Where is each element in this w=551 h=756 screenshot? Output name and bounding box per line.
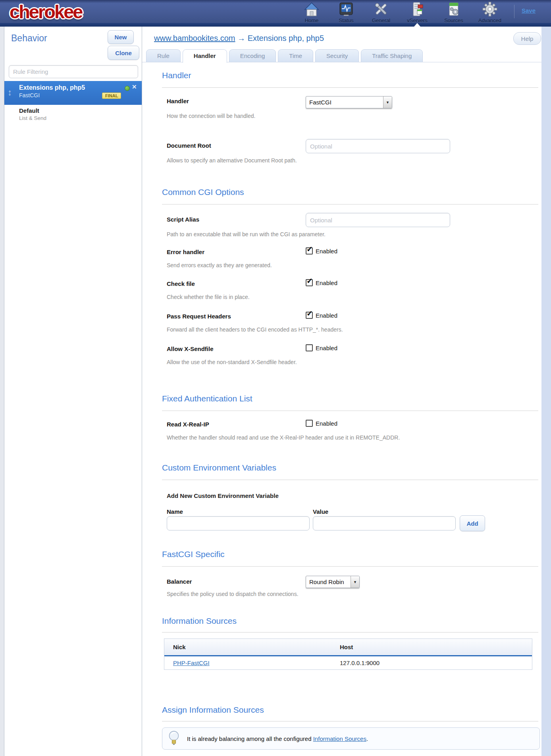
nav-divider — [514, 5, 514, 18]
section-title-information-sources: Information Sources — [162, 616, 237, 626]
enabled-label: Enabled — [316, 420, 337, 427]
section-title-handler: Handler — [162, 71, 191, 80]
nav-label: Sources — [437, 17, 470, 23]
new-rule-button[interactable]: New — [108, 30, 134, 44]
tab-traffic-shaping[interactable]: Traffic Shaping — [361, 49, 423, 62]
rule-item-default[interactable]: Default List & Send — [4, 106, 142, 125]
section-title-assign-sources: Assign Information Sources — [162, 705, 264, 715]
source-link-php-fastcgi[interactable]: PHP-FastCGI — [173, 660, 210, 666]
divider — [162, 204, 538, 204]
help-button[interactable]: Help — [513, 32, 541, 45]
nav-item-home[interactable]: Home — [295, 2, 328, 23]
nav-label: vServers — [401, 17, 434, 23]
read-x-real-ip-desc: Whether the handler should read and use … — [167, 434, 400, 441]
read-x-real-ip-checkbox[interactable] — [306, 420, 313, 427]
script-alias-desc: Path to an executable that will be run w… — [167, 231, 326, 237]
section-title-common-cgi: Common CGI Options — [162, 187, 244, 197]
section-title-custom-env: Custom Environment Variables — [162, 463, 276, 472]
check-file-label: Check file — [167, 280, 195, 287]
allow-x-sendfile-checkbox[interactable] — [306, 344, 313, 351]
check-file-desc: Check whether the file is in place. — [167, 294, 250, 300]
pass-request-headers-checkbox[interactable] — [306, 312, 313, 319]
rule-handler-type: List & Send — [19, 115, 46, 121]
right-scroll-strip[interactable] — [541, 27, 551, 756]
handler-desc: How the connection will be handled. — [167, 113, 255, 119]
rule-title: Extensions php, php5 — [19, 84, 85, 91]
env-value-input[interactable] — [313, 516, 456, 530]
vserver-link[interactable]: www.bambookites.com — [154, 34, 235, 42]
drag-handle-icon[interactable]: ↕ — [8, 87, 12, 98]
script-alias-input[interactable] — [306, 213, 450, 227]
tab-security[interactable]: Security — [315, 49, 359, 62]
error-handler-desc: Send errors exactly as they are generate… — [167, 262, 272, 268]
allow-x-sendfile-checkrow: Enabled — [306, 344, 337, 351]
handler-select[interactable]: FastCGI ▼ — [306, 96, 392, 108]
rule-tabs: Rule Handler Encoding Time Security Traf… — [142, 49, 541, 62]
rule-filter-input[interactable] — [9, 65, 138, 78]
add-env-var-button[interactable]: Add — [460, 515, 485, 531]
document-root-label: Document Root — [167, 142, 211, 149]
main-panel: www.bambookites.com → Extensions php, ph… — [142, 27, 541, 756]
rule-title: Default — [19, 107, 39, 114]
rule-handler-type: FastCGI — [19, 92, 40, 98]
nav-label: General — [364, 17, 398, 23]
section-title-fixed-auth: Fixed Authentication List — [162, 394, 252, 403]
delete-rule-icon[interactable]: ✕ — [132, 83, 137, 91]
document-root-input[interactable] — [306, 139, 450, 153]
breadcrumb: www.bambookites.com → Extensions php, ph… — [154, 34, 324, 43]
allow-x-sendfile-label: Allow X-Sendfile — [167, 345, 214, 352]
divider — [162, 411, 538, 411]
allow-x-sendfile-desc: Allow the use of the non-standard X-Send… — [167, 359, 297, 365]
read-x-real-ip-label: Read X-Real-IP — [167, 421, 209, 428]
rule-item-extensions-php[interactable]: ↕ Extensions php, php5 FastCGI FINAL ✕ — [4, 81, 142, 105]
tab-rule[interactable]: Rule — [146, 49, 181, 62]
col-header-nick: Nick — [164, 644, 340, 650]
sources-icon — [445, 2, 462, 17]
tab-handler[interactable]: Handler — [183, 49, 227, 63]
save-button[interactable]: Save — [522, 7, 536, 14]
balancing-note: It is already balancing among all the co… — [187, 735, 368, 742]
nav-item-vservers[interactable]: vServers — [401, 2, 434, 23]
cherokee-admin-window: cherokee Home Status — [0, 0, 551, 756]
rule-enabled-dot[interactable] — [125, 86, 130, 91]
breadcrumb-arrow: → — [237, 34, 245, 42]
env-value-label: Value — [313, 508, 328, 515]
check-file-checkrow: Enabled — [306, 279, 337, 286]
env-name-label: Name — [167, 508, 183, 515]
tools-icon — [372, 2, 390, 17]
error-handler-checkrow: Enabled — [306, 247, 337, 255]
nav-item-general[interactable]: vServers General — [364, 2, 398, 23]
behavior-sidebar: Behavior New Clone ↕ Extensions php, php… — [4, 27, 142, 756]
error-handler-checkbox[interactable] — [306, 247, 313, 255]
table-row: PHP-FastCGI 127.0.0.1:9000 — [164, 656, 532, 669]
divider — [162, 721, 538, 721]
top-header: cherokee Home Status — [0, 0, 551, 23]
clone-rule-button[interactable]: Clone — [108, 46, 139, 60]
handler-label: Handler — [167, 98, 189, 104]
balancer-label: Balancer — [167, 578, 192, 585]
divider — [162, 632, 538, 633]
check-file-checkbox[interactable] — [306, 279, 313, 286]
note-prefix: It is already balancing among all the co… — [187, 735, 313, 742]
tab-time[interactable]: Time — [278, 49, 313, 62]
information-sources-table: Nick Host PHP-FastCGI 127.0.0.1:9000 — [164, 638, 532, 670]
handler-select-value: FastCGI — [306, 99, 383, 106]
nav-item-sources[interactable]: Sources — [437, 2, 470, 23]
nav-label: Status — [329, 17, 363, 23]
divider — [162, 566, 538, 567]
nav-item-advanced[interactable]: Advanced — [473, 2, 507, 23]
add-new-env-var-heading: Add New Custom Environment Variable — [167, 492, 279, 499]
lightbulb-icon — [168, 730, 180, 747]
information-sources-link[interactable]: Information Sources — [313, 735, 366, 742]
breadcrumb-page: Extensions php, php5 — [248, 34, 324, 42]
vservers-icon — [408, 2, 426, 17]
tab-encoding[interactable]: Encoding — [229, 49, 276, 62]
document-root-desc: Allows to specify an alternative Documen… — [167, 157, 297, 164]
balancer-select[interactable]: Round Robin ▼ — [306, 576, 360, 588]
nav-item-status[interactable]: Status — [329, 2, 363, 23]
final-badge: FINAL — [102, 93, 121, 99]
cherokee-logo: cherokee — [10, 1, 82, 23]
section-title-fastcgi-specific: FastCGI Specific — [162, 550, 225, 559]
home-icon — [303, 2, 320, 17]
env-name-input[interactable] — [167, 516, 310, 530]
